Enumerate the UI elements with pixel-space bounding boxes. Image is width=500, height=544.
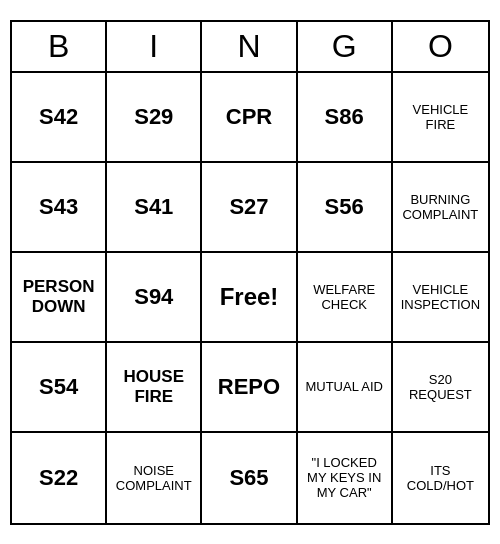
bingo-cell-22: S65: [202, 433, 297, 523]
bingo-cell-3: S86: [298, 73, 393, 163]
bingo-cell-20: S22: [12, 433, 107, 523]
bingo-cell-1: S29: [107, 73, 202, 163]
bingo-cell-12: Free!: [202, 253, 297, 343]
bingo-letter-g: G: [298, 22, 393, 71]
bingo-cell-13: WELFARE CHECK: [298, 253, 393, 343]
bingo-letter-i: I: [107, 22, 202, 71]
bingo-cell-8: S56: [298, 163, 393, 253]
bingo-cell-7: S27: [202, 163, 297, 253]
bingo-cell-15: S54: [12, 343, 107, 433]
bingo-cell-16: HOUSE FIRE: [107, 343, 202, 433]
bingo-cell-24: ITS COLD/HOT: [393, 433, 488, 523]
bingo-cell-2: CPR: [202, 73, 297, 163]
bingo-cell-6: S41: [107, 163, 202, 253]
bingo-cell-10: PERSON DOWN: [12, 253, 107, 343]
bingo-cell-4: VEHICLE FIRE: [393, 73, 488, 163]
bingo-letter-o: O: [393, 22, 488, 71]
bingo-cell-5: S43: [12, 163, 107, 253]
bingo-letter-n: N: [202, 22, 297, 71]
bingo-header: BINGO: [12, 22, 488, 73]
bingo-grid: S42S29CPRS86VEHICLE FIRES43S41S27S56BURN…: [12, 73, 488, 523]
bingo-cell-21: NOISE COMPLAINT: [107, 433, 202, 523]
bingo-cell-18: MUTUAL AID: [298, 343, 393, 433]
bingo-cell-0: S42: [12, 73, 107, 163]
bingo-cell-19: S20 REQUEST: [393, 343, 488, 433]
bingo-cell-14: VEHICLE INSPECTION: [393, 253, 488, 343]
bingo-cell-17: REPO: [202, 343, 297, 433]
bingo-card: BINGO S42S29CPRS86VEHICLE FIRES43S41S27S…: [10, 20, 490, 525]
bingo-cell-23: "I LOCKED MY KEYS IN MY CAR": [298, 433, 393, 523]
bingo-letter-b: B: [12, 22, 107, 71]
bingo-cell-9: BURNING COMPLAINT: [393, 163, 488, 253]
bingo-cell-11: S94: [107, 253, 202, 343]
